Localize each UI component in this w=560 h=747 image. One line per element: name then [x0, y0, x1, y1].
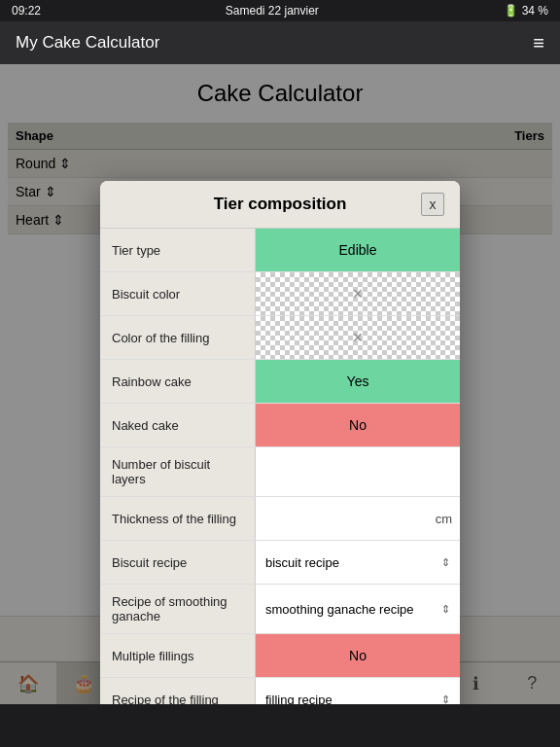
row-filling-color: Color of the filling [100, 316, 460, 360]
row-rainbow-cake: Rainbow cake Yes [100, 360, 460, 404]
label-biscuit-color: Biscuit color [100, 272, 256, 315]
modal-close-button[interactable]: x [421, 193, 444, 216]
filling-recipe-value: filling recipe [265, 693, 332, 705]
status-date: Samedi 22 janvier [226, 4, 319, 18]
label-smoothing-ganache: Recipe of smoothingganache [100, 585, 256, 633]
value-filling-recipe[interactable]: filling recipe ⇕ [256, 678, 460, 704]
row-tier-type: Tier type Edible [100, 229, 460, 272]
label-filling-thickness: Thickness of the filling [100, 497, 256, 540]
cm-unit: cm [436, 512, 452, 526]
biscuit-recipe-value: biscuit recipe [265, 555, 339, 570]
value-filling-color[interactable] [256, 316, 460, 359]
row-smoothing-ganache: Recipe of smoothingganache smoothing gan… [100, 585, 460, 634]
value-biscuit-color[interactable] [256, 272, 460, 315]
tier-composition-modal: Tier composition x Tier type Edible Bisc… [100, 181, 460, 704]
label-rainbow-cake: Rainbow cake [100, 360, 256, 403]
value-biscuit-recipe[interactable]: biscuit recipe ⇕ [256, 541, 460, 584]
row-biscuit-recipe: Biscuit recipe biscuit recipe ⇕ [100, 541, 460, 585]
value-tier-type[interactable]: Edible [256, 229, 460, 271]
app-header: My Cake Calculator ≡ [0, 21, 560, 64]
row-naked-cake: Naked cake No [100, 404, 460, 447]
row-biscuit-layers: Number of biscuit layers [100, 447, 460, 497]
biscuit-recipe-arrow: ⇕ [441, 556, 450, 569]
value-multiple-fillings[interactable]: No [256, 634, 460, 677]
row-filling-recipe: Recipe of the filling filling recipe ⇕ [100, 678, 460, 704]
smoothing-ganache-arrow: ⇕ [441, 603, 450, 616]
value-naked-cake[interactable]: No [256, 404, 460, 446]
status-time: 09:22 [12, 4, 41, 18]
modal-table: Tier type Edible Biscuit color Color of … [100, 229, 460, 704]
modal-title: Tier composition [139, 195, 421, 214]
row-filling-thickness: Thickness of the filling cm [100, 497, 460, 541]
value-biscuit-layers[interactable] [256, 450, 460, 493]
status-right: 🔋 34 % [504, 4, 548, 18]
row-multiple-fillings: Multiple fillings No [100, 634, 460, 678]
row-biscuit-color: Biscuit color [100, 272, 460, 316]
modal-overlay: Tier composition x Tier type Edible Bisc… [0, 64, 560, 704]
value-smoothing-ganache[interactable]: smoothing ganache recipe ⇕ [256, 587, 460, 630]
battery-level: 34 % [522, 4, 548, 18]
app-title: My Cake Calculator [16, 33, 159, 53]
label-biscuit-layers: Number of biscuit layers [100, 447, 256, 496]
label-filling-recipe: Recipe of the filling [100, 678, 256, 704]
battery-icon: 🔋 [504, 4, 518, 18]
modal-header: Tier composition x [100, 181, 460, 229]
menu-icon[interactable]: ≡ [533, 32, 544, 54]
label-filling-color: Color of the filling [100, 316, 256, 359]
biscuit-layers-input[interactable] [265, 465, 450, 480]
status-bar: 09:22 Samedi 22 janvier 🔋 34 % [0, 0, 560, 21]
filling-recipe-arrow: ⇕ [441, 694, 450, 705]
smoothing-ganache-value: smoothing ganache recipe [265, 602, 414, 617]
label-tier-type: Tier type [100, 229, 256, 271]
label-biscuit-recipe: Biscuit recipe [100, 541, 256, 584]
value-rainbow-cake[interactable]: Yes [256, 360, 460, 403]
value-filling-thickness[interactable]: cm [256, 497, 460, 540]
filling-thickness-input[interactable] [265, 512, 450, 526]
main-content: Cake Calculator Shape Tiers Round ⇕ Star… [0, 64, 560, 704]
label-naked-cake: Naked cake [100, 404, 256, 446]
label-multiple-fillings: Multiple fillings [100, 634, 256, 677]
